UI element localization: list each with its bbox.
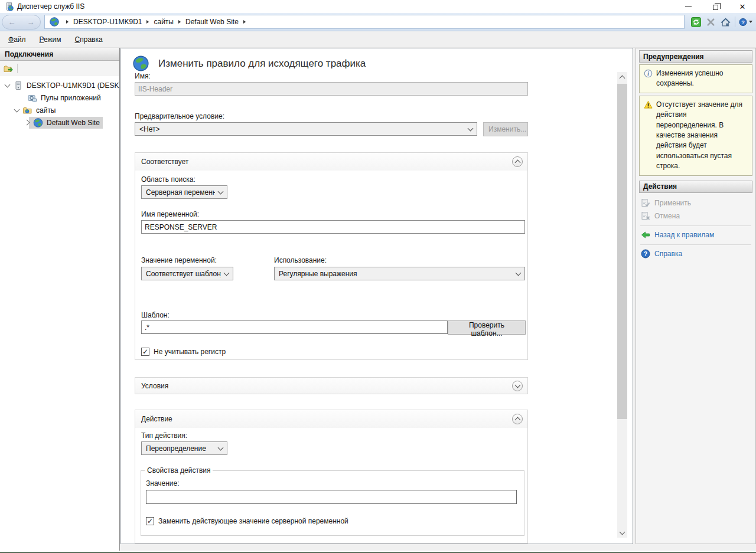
close-icon: ✕ (739, 3, 746, 11)
menu-bar: Файл Режим Справка (0, 31, 756, 48)
tree-item-app-pools[interactable]: Пулы приложений (0, 91, 119, 104)
chevron-expanded-icon[interactable] (5, 81, 11, 87)
rule-editor-panel: Изменить правило для исходящего трафика … (120, 48, 633, 544)
conditions-section-title: Условия (141, 382, 168, 390)
page-globe-icon (133, 55, 149, 71)
tree-item-label: DESKTOP-U1MK9D1 (DESKTOP (25, 80, 119, 91)
actions-separator (640, 225, 751, 226)
stop-icon (706, 17, 716, 27)
restore-button[interactable] (702, 0, 729, 13)
chevron-down-icon (514, 382, 520, 388)
collapse-section-button[interactable] (512, 156, 523, 167)
action-value-input[interactable] (146, 490, 517, 504)
back-to-rules-action[interactable]: Назад к правилам (640, 229, 751, 241)
match-section: Соответствует Область поиска: Серверная … (135, 152, 528, 360)
stop-button (704, 16, 718, 28)
app-icon (4, 2, 14, 11)
breadcrumb-arrow-icon (178, 20, 181, 24)
action-section: Действие Тип действия: Переопределение С… (135, 410, 528, 544)
restore-icon (713, 5, 718, 10)
scope-select[interactable]: Серверная переменн (141, 185, 227, 199)
collapse-section-button[interactable] (512, 414, 523, 424)
help-icon (739, 17, 747, 27)
action-properties-group: Свойства действия Значение: ✓ Заменить д… (141, 466, 524, 536)
connections-toolbar (0, 61, 119, 76)
chevron-down-icon (218, 444, 224, 450)
info-alert-text: Изменения успешно сохранены. (656, 68, 749, 89)
tree-item-default-web-site[interactable]: Default Web Site (0, 116, 119, 129)
tree-item-sites[interactable]: сайты (0, 104, 119, 116)
variable-value-value: Соответствует шаблону (146, 270, 221, 278)
variable-name-input[interactable] (141, 220, 525, 234)
toolbar-separator (735, 17, 735, 27)
breadcrumb-arrow-icon (243, 20, 246, 24)
replace-label: Заменить действующее значение серверной … (158, 517, 348, 525)
info-icon (644, 69, 653, 78)
minimize-button[interactable] (674, 0, 702, 13)
scrollbar-thumb[interactable] (617, 84, 627, 419)
scope-label: Область поиска: (141, 175, 195, 184)
app-pools-icon (27, 93, 37, 103)
ignore-case-checkbox-row[interactable]: ✓ Не учитывать регистр (141, 348, 226, 356)
menu-help[interactable]: Справка (70, 33, 108, 46)
chevron-down-icon (224, 270, 230, 276)
breadcrumb-server[interactable]: DESKTOP-U1MK9D1 (73, 18, 142, 26)
close-button[interactable]: ✕ (729, 0, 756, 13)
nav-buttons: ← → (2, 15, 41, 30)
home-button[interactable] (719, 16, 732, 28)
help-button[interactable] (739, 16, 752, 28)
apply-icon (641, 198, 650, 208)
using-label: Использование: (274, 256, 327, 264)
action-type-select[interactable]: Переопределение (141, 441, 227, 455)
warning-alert: Отсутствует значение для действия переоп… (639, 96, 752, 176)
actions-separator (640, 244, 751, 245)
chevron-down-icon (516, 270, 522, 276)
menu-view[interactable]: Режим (34, 33, 67, 46)
back-arrow-icon (641, 230, 650, 240)
variable-value-select[interactable]: Соответствует шаблону (141, 267, 233, 280)
chevron-up-icon (514, 417, 520, 423)
chevron-expanded-icon[interactable] (14, 106, 20, 112)
info-alert: Изменения успешно сохранены. (639, 64, 752, 93)
warning-alert-text: Отсутствует значение для действия переоп… (656, 100, 749, 172)
help-action[interactable]: Справка (640, 248, 751, 260)
expand-section-button[interactable] (512, 381, 523, 391)
cancel-icon (641, 211, 650, 221)
selected-tree-item[interactable]: Default Web Site (29, 117, 103, 129)
pattern-input[interactable] (141, 320, 448, 334)
using-value: Регулярные выражения (279, 270, 357, 278)
connections-tree: DESKTOP-U1MK9D1 (DESKTOP Пулы приложений… (0, 76, 119, 129)
name-label: Имя: (135, 72, 151, 80)
tree-item-server[interactable]: DESKTOP-U1MK9D1 (DESKTOP (0, 79, 119, 91)
checkbox-checked-icon[interactable]: ✓ (146, 517, 154, 525)
right-panel: Предупреждения Изменения успешно сохране… (636, 48, 756, 544)
precondition-value: <Нет> (139, 125, 159, 133)
breadcrumb-sites[interactable]: сайты (154, 18, 174, 26)
test-pattern-button[interactable]: Проверить шаблон... (448, 320, 526, 335)
using-select[interactable]: Регулярные выражения (274, 267, 525, 280)
breadcrumb[interactable]: DESKTOP-U1MK9D1 сайты Default Web Site (44, 15, 685, 29)
save-connection-icon[interactable] (3, 64, 14, 73)
action-properties-legend: Свойства действия (145, 466, 213, 475)
action-type-value: Переопределение (146, 444, 206, 453)
refresh-button[interactable] (689, 16, 703, 28)
apply-label: Применить (654, 199, 691, 207)
breadcrumb-arrow-icon (66, 20, 69, 24)
name-input (135, 82, 528, 96)
scope-value: Серверная переменн (146, 188, 215, 197)
menu-file[interactable]: Файл (3, 33, 31, 46)
precondition-select[interactable]: <Нет> (135, 122, 477, 136)
connections-header: Подключения (0, 48, 119, 61)
replace-checkbox-row[interactable]: ✓ Заменить действующее значение серверно… (146, 517, 348, 525)
tree-item-label: Default Web Site (45, 117, 102, 128)
breadcrumb-default-web-site[interactable]: Default Web Site (185, 18, 239, 26)
cancel-action: Отмена (640, 210, 751, 222)
vertical-scrollbar[interactable] (617, 72, 627, 538)
apply-action: Применить (640, 197, 751, 210)
scroll-down-button[interactable] (617, 528, 627, 538)
checkbox-checked-icon[interactable]: ✓ (141, 348, 149, 356)
toolbar-separator (17, 64, 18, 73)
scroll-up-button[interactable] (617, 72, 627, 82)
precondition-label: Предварительное условие: (135, 112, 224, 120)
actions-list: Применить Отмена Назад к правилам Справк… (639, 195, 752, 260)
